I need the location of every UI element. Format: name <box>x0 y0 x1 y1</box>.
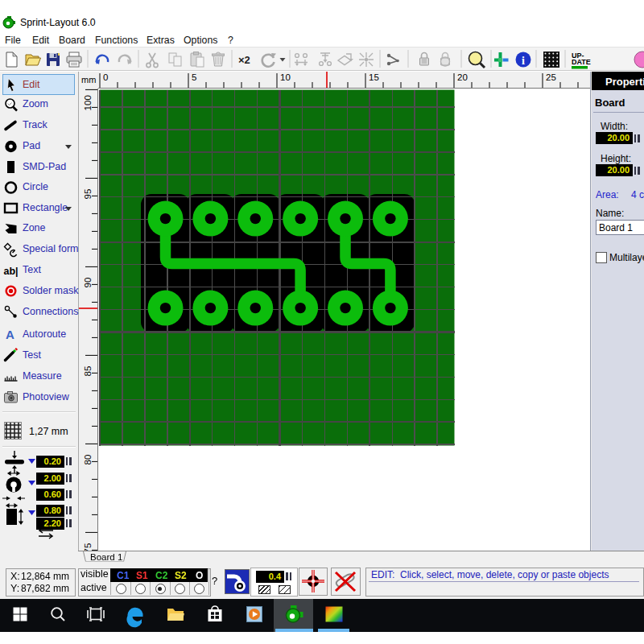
svg-text:DATE: DATE <box>572 58 591 66</box>
svg-text:25: 25 <box>546 72 556 82</box>
svg-text:95: 95 <box>83 189 93 200</box>
svg-text:×2: ×2 <box>238 54 250 66</box>
svg-text:i: i <box>522 55 525 67</box>
svg-text:15: 15 <box>369 72 379 82</box>
svg-text:90: 90 <box>83 278 93 288</box>
svg-text:5: 5 <box>192 72 196 82</box>
svg-text:100: 100 <box>83 95 93 110</box>
svg-text:20: 20 <box>457 72 468 82</box>
svg-text:A: A <box>6 328 14 341</box>
svg-text:10: 10 <box>280 72 291 82</box>
svg-text:ab|: ab| <box>4 266 19 277</box>
svg-text:85: 85 <box>83 366 93 377</box>
svg-text:75: 75 <box>83 543 93 551</box>
svg-text:0: 0 <box>103 72 108 82</box>
svg-text:80: 80 <box>83 455 93 465</box>
